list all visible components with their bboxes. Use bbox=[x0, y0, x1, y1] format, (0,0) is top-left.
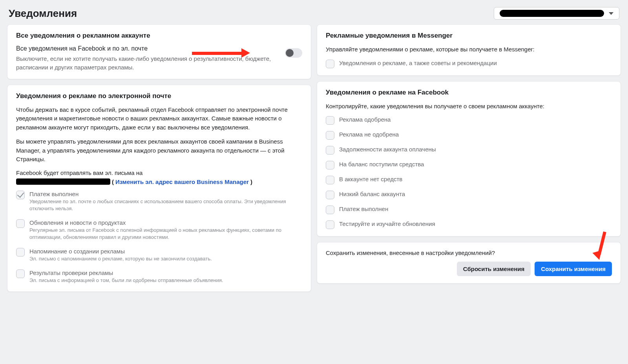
email-item-review-results: Результаты проверки рекламы Эл. письма с… bbox=[16, 269, 302, 284]
fb-ads-desc: Контролируйте, какие уведомления вы полу… bbox=[326, 102, 612, 111]
account-name-redacted bbox=[500, 10, 604, 17]
fb-item-balance-funded: На баланс поступили средства bbox=[326, 161, 612, 169]
fb-item-approved: Реклама одобрена bbox=[326, 116, 612, 125]
change-email-link[interactable]: Изменить эл. адрес вашего Business Manag… bbox=[115, 178, 249, 185]
checkbox-approved[interactable] bbox=[326, 116, 334, 125]
card-messenger: Рекламные уведомления в Messenger Управл… bbox=[317, 24, 621, 76]
fb-item-low-balance: Низкий баланс аккаунта bbox=[326, 191, 612, 199]
check-label: В аккаунте нет средств bbox=[339, 176, 612, 182]
fb-item-debts-paid: Задолженности аккаунта оплачены bbox=[326, 146, 612, 155]
check-sub: Регулярные эл. письма от Facebook с поле… bbox=[29, 227, 302, 241]
checkbox-payment-done bbox=[16, 191, 25, 199]
messenger-item: Уведомления о рекламе, а также советы и … bbox=[326, 60, 612, 68]
card-title: Уведомления о рекламе по электронной поч… bbox=[16, 92, 302, 100]
checkbox-reminder[interactable] bbox=[16, 248, 25, 257]
card-email-ads: Уведомления о рекламе по электронной поч… bbox=[7, 85, 311, 292]
email-ads-para1: Чтобы держать вас в курсе событий, рекла… bbox=[16, 106, 302, 132]
email-prefix: Facebook будет отправлять вам эл. письма… bbox=[16, 169, 302, 176]
check-label: Платеж выполнен bbox=[29, 191, 302, 197]
check-label: Результаты проверки рекламы bbox=[29, 269, 302, 276]
email-item-product-news: Обновления и новости о продуктах Регуляр… bbox=[16, 219, 302, 241]
card-title: Уведомления о рекламе на Facebook bbox=[326, 89, 612, 96]
checkbox-no-funds[interactable] bbox=[326, 176, 334, 184]
email-item-payment: Платеж выполнен Уведомление по эл. почте… bbox=[16, 191, 302, 212]
checkbox-test-learn[interactable] bbox=[326, 220, 334, 229]
card-title: Все уведомления о рекламном аккаунте bbox=[16, 32, 302, 40]
check-label: Обновления и новости о продуктах bbox=[29, 219, 302, 226]
checkbox-review-results[interactable] bbox=[16, 269, 25, 278]
check-label: На баланс поступили средства bbox=[339, 161, 612, 167]
check-label: Низкий баланс аккаунта bbox=[339, 191, 612, 197]
account-selector[interactable] bbox=[494, 7, 619, 20]
checkbox-not-approved[interactable] bbox=[326, 131, 334, 140]
checkbox-messenger-ads[interactable] bbox=[326, 60, 334, 68]
save-button[interactable]: Сохранить изменения bbox=[535, 262, 612, 276]
check-sub: Эл. письма с информацией о том, были ли … bbox=[29, 277, 302, 284]
checkbox-low-balance[interactable] bbox=[326, 191, 334, 199]
card-title: Рекламные уведомления в Messenger bbox=[326, 32, 612, 40]
check-label: Напоминание о создании рекламы bbox=[29, 248, 302, 255]
check-label: Уведомления о рекламе, а также советы и … bbox=[339, 60, 612, 66]
check-sub: Уведомление по эл. почте о любых списани… bbox=[29, 198, 302, 212]
email-redacted bbox=[16, 178, 110, 185]
check-label: Реклама одобрена bbox=[339, 116, 612, 123]
checkbox-balance-funded[interactable] bbox=[326, 161, 334, 169]
reset-button[interactable]: Сбросить изменения bbox=[457, 262, 531, 276]
email-paren-close: ) bbox=[250, 178, 252, 185]
save-question: Сохранить изменения, внесенные в настрой… bbox=[326, 249, 612, 256]
fb-item-test-learn: Тестируйте и изучайте обновления bbox=[326, 220, 612, 229]
card-fb-ads: Уведомления о рекламе на Facebook Контро… bbox=[317, 81, 621, 237]
toggle-knob bbox=[286, 49, 294, 57]
chevron-down-icon bbox=[609, 12, 613, 15]
checkbox-debts-paid[interactable] bbox=[326, 146, 334, 155]
card-all-notifications: Все уведомления о рекламном аккаунте Все… bbox=[7, 24, 311, 79]
check-label: Тестируйте и изучайте обновления bbox=[339, 220, 612, 227]
check-label: Реклама не одобрена bbox=[339, 131, 612, 138]
check-label: Платеж выполнен bbox=[339, 206, 612, 212]
checkbox-product-news[interactable] bbox=[16, 219, 25, 228]
page-title: Уведомления bbox=[9, 7, 77, 20]
all-notifications-subhead: Все уведомления на Facebook и по эл. поч… bbox=[16, 45, 277, 52]
email-item-reminder: Напоминание о создании рекламы Эл. письм… bbox=[16, 248, 302, 262]
fb-item-not-approved: Реклама не одобрена bbox=[326, 131, 612, 140]
card-save: Сохранить изменения, внесенные в настрой… bbox=[317, 242, 621, 284]
fb-item-no-funds: В аккаунте нет средств bbox=[326, 176, 612, 184]
fb-item-payment-done: Платеж выполнен bbox=[326, 206, 612, 214]
email-paren-open: ( bbox=[112, 178, 114, 185]
messenger-desc: Управляйте уведомлениями о рекламе, кото… bbox=[326, 45, 612, 54]
check-label: Задолженности аккаунта оплачены bbox=[339, 146, 612, 153]
all-notifications-desc: Выключите, если не хотите получать какие… bbox=[16, 55, 277, 72]
all-notifications-toggle[interactable] bbox=[285, 48, 302, 58]
checkbox-fb-payment-done[interactable] bbox=[326, 206, 334, 214]
check-sub: Эл. письмо с напоминанием о рекламе, кот… bbox=[29, 255, 302, 262]
email-ads-para2: Вы можете управлять уведомлениями для вс… bbox=[16, 137, 302, 164]
